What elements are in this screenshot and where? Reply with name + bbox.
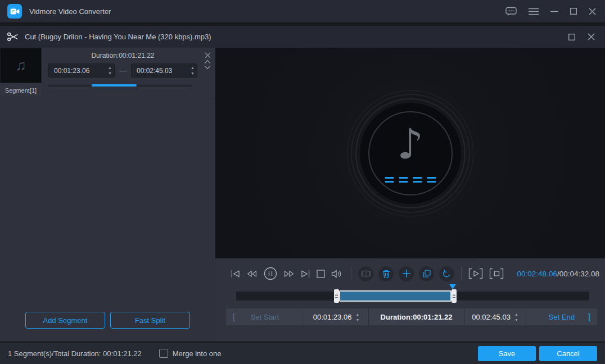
merge-checkbox[interactable] <box>159 349 168 358</box>
dialog-maximize-icon[interactable] <box>568 34 575 40</box>
spinner-up-icon[interactable]: ▲ <box>514 312 518 316</box>
pause-icon[interactable] <box>264 267 277 280</box>
segment-editor: ♫ Segment[1] Duration:00:01:21.22 00:01:… <box>0 48 215 98</box>
music-notes-icon: ♫ <box>15 57 26 74</box>
total-time: 00:04:32.08 <box>559 270 599 278</box>
audio-preview-area: ♪ <box>215 48 605 258</box>
trim-bar: [ Set Start 00:01:23.06 ▲ ▼ Duration:00:… <box>226 308 597 325</box>
cancel-button[interactable]: Cancel <box>539 346 597 361</box>
segment-start-time-input[interactable]: 00:01:23.06 ▲ ▼ <box>48 63 115 78</box>
copy-segment-button[interactable] <box>419 266 434 281</box>
segments-summary: 1 Segment(s)/Total Duration: 00:01:21.22 <box>8 349 142 358</box>
dialog-close-icon[interactable] <box>588 33 595 40</box>
spinner-down-icon[interactable]: ▼ <box>355 318 359 322</box>
reset-button[interactable] <box>439 266 454 281</box>
segment-start-spinner[interactable]: ▲ ▼ <box>108 66 112 75</box>
add-segment-icon-button[interactable] <box>399 266 414 281</box>
scissors-icon <box>7 31 19 42</box>
equalizer-icon <box>385 177 436 183</box>
set-start-button[interactable]: Set Start <box>251 313 279 321</box>
fast-split-button[interactable]: Fast Split <box>110 312 190 329</box>
save-button[interactable]: Save <box>478 346 536 361</box>
segment-panel: ♫ Segment[1] Duration:00:01:21.22 00:01:… <box>0 48 215 342</box>
segment-thumbnail: ♫ <box>0 48 42 83</box>
spinner-down-icon[interactable]: ▼ <box>514 318 518 322</box>
stop-icon[interactable] <box>317 270 325 278</box>
spinner-down-icon[interactable]: ▼ <box>191 71 195 75</box>
minimize-icon[interactable] <box>550 11 558 12</box>
audio-disc: ♪ <box>360 103 461 204</box>
delete-segment-button[interactable] <box>378 266 394 281</box>
trim-end-time-value: 00:02:45.03 <box>472 313 511 321</box>
trim-handle-right[interactable] <box>452 289 457 303</box>
spinner-up-icon[interactable]: ▲ <box>355 312 359 316</box>
segment-end-time-input[interactable]: 00:02:45.03 ▲ ▼ <box>131 63 197 78</box>
current-time: 00:02:48.06 <box>517 270 557 278</box>
add-segment-button[interactable]: Add Segment <box>25 312 105 329</box>
spinner-up-icon[interactable]: ▲ <box>108 66 112 70</box>
stop-segment-button[interactable] <box>489 268 504 279</box>
app-window: Vidmore Video Converter Cut (Bugoy Drilo <box>0 0 605 364</box>
app-titlebar: Vidmore Video Converter <box>0 0 605 22</box>
segment-move-down-icon[interactable] <box>204 65 211 70</box>
feedback-icon[interactable] <box>505 7 517 16</box>
disc-outer-ring: ♪ <box>347 90 474 217</box>
merge-label: Merge into one <box>173 349 222 358</box>
toolbar-separator <box>461 267 462 280</box>
previous-frame-icon[interactable] <box>231 270 240 278</box>
play-segment-button[interactable] <box>468 268 483 279</box>
volume-icon[interactable] <box>331 269 343 279</box>
maximize-icon[interactable] <box>570 8 577 15</box>
set-start-bracket: [ <box>233 312 235 321</box>
trim-duration-label: Duration:00:01:21.22 <box>381 313 453 321</box>
trim-start-spinner[interactable]: ▲ ▼ <box>355 312 359 322</box>
segment-mini-track <box>48 85 192 87</box>
segment-thumbnail-item[interactable]: ♫ Segment[1] <box>0 48 42 98</box>
set-end-button[interactable]: Set End <box>549 313 575 321</box>
menu-icon[interactable] <box>529 8 539 15</box>
close-icon[interactable] <box>589 8 596 15</box>
spinner-up-icon[interactable]: ▲ <box>191 66 195 70</box>
segment-delete-icon[interactable] <box>205 52 211 58</box>
set-end-bracket: ] <box>588 312 590 321</box>
trim-end-time-input[interactable]: 00:02:45.03 ▲ ▼ <box>464 308 526 325</box>
range-separator: — <box>119 66 127 75</box>
next-frame-icon[interactable] <box>301 270 310 278</box>
trim-start-time-value: 00:01:23.06 <box>313 313 352 321</box>
playback-controls-area: 00:02:48.06/00:04:32.08 [ Set Start <box>215 258 605 342</box>
trim-handle-left[interactable] <box>334 289 339 303</box>
fast-forward-icon[interactable] <box>283 270 295 277</box>
spinner-down-icon[interactable]: ▼ <box>108 71 112 75</box>
time-display: 00:02:48.06/00:04:32.08 <box>517 270 599 278</box>
split-segment-button[interactable] <box>358 266 373 281</box>
cut-dialog-title: Cut (Bugoy Drilon - Having You Near Me (… <box>25 33 211 41</box>
toolbar-separator <box>351 267 351 280</box>
segment-label: Segment[1] <box>0 83 42 98</box>
app-title: Vidmore Video Converter <box>29 7 111 16</box>
cut-dialog-titlebar: Cut (Bugoy Drilon - Having You Near Me (… <box>0 26 605 48</box>
segment-end-spinner[interactable]: ▲ ▼ <box>191 66 195 75</box>
mini-track-fill <box>92 84 137 87</box>
segment-end-time-value: 00:02:45.03 <box>137 67 191 75</box>
app-logo-icon <box>7 4 22 19</box>
segment-start-time-value: 00:01:23.06 <box>54 67 108 75</box>
timeline-playhead[interactable] <box>449 284 456 289</box>
timeline-selection[interactable] <box>339 290 452 302</box>
dialog-footer: 1 Segment(s)/Total Duration: 00:01:21.22… <box>0 342 605 364</box>
timeline <box>236 284 589 303</box>
segment-duration-label: Duration:00:01:21.22 <box>48 52 197 60</box>
trim-end-spinner[interactable]: ▲ ▼ <box>514 312 518 322</box>
trim-start-time-input[interactable]: 00:01:23.06 ▲ ▼ <box>304 308 368 325</box>
rewind-icon[interactable] <box>246 270 258 277</box>
segment-list-area <box>0 98 215 312</box>
segment-move-up-icon[interactable] <box>204 60 211 64</box>
